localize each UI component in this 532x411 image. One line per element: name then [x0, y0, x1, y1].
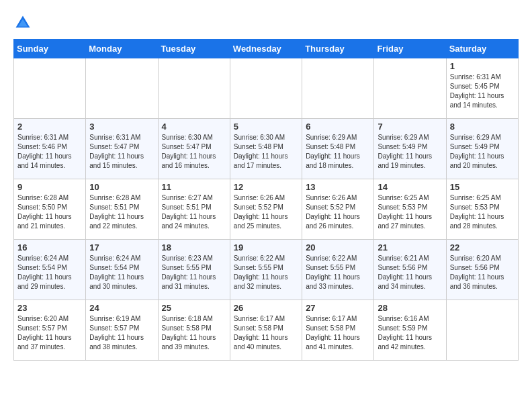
day-info: Sunrise: 6:29 AM Sunset: 5:49 PM Dayligh… — [378, 133, 442, 171]
day-cell — [86, 58, 158, 119]
day-number: 27 — [306, 303, 370, 313]
day-info: Sunrise: 6:31 AM Sunset: 5:46 PM Dayligh… — [17, 133, 82, 171]
day-number: 20 — [306, 242, 370, 253]
day-number: 24 — [89, 303, 154, 313]
day-cell: 10Sunrise: 6:28 AM Sunset: 5:51 PM Dayli… — [86, 179, 158, 240]
day-number: 13 — [306, 182, 370, 192]
day-number: 16 — [17, 242, 82, 253]
weekday-header-tuesday: Tuesday — [158, 40, 230, 58]
day-info: Sunrise: 6:22 AM Sunset: 5:55 PM Dayligh… — [234, 254, 298, 291]
day-number: 4 — [162, 122, 226, 132]
day-cell: 8Sunrise: 6:29 AM Sunset: 5:49 PM Daylig… — [446, 119, 518, 179]
day-info: Sunrise: 6:25 AM Sunset: 5:53 PM Dayligh… — [450, 193, 515, 231]
day-info: Sunrise: 6:19 AM Sunset: 5:57 PM Dayligh… — [89, 314, 154, 352]
week-row-3: 9Sunrise: 6:28 AM Sunset: 5:50 PM Daylig… — [14, 179, 519, 240]
day-number: 8 — [450, 122, 515, 132]
weekday-header-monday: Monday — [86, 40, 158, 58]
day-cell: 25Sunrise: 6:18 AM Sunset: 5:58 PM Dayli… — [158, 300, 230, 361]
day-info: Sunrise: 6:26 AM Sunset: 5:52 PM Dayligh… — [234, 193, 298, 231]
day-number: 26 — [234, 303, 298, 313]
day-number: 19 — [234, 242, 298, 253]
calendar-header: SundayMondayTuesdayWednesdayThursdayFrid… — [14, 40, 519, 58]
week-row-1: 1Sunrise: 6:31 AM Sunset: 5:45 PM Daylig… — [14, 58, 519, 119]
day-cell: 11Sunrise: 6:27 AM Sunset: 5:51 PM Dayli… — [158, 179, 230, 240]
day-info: Sunrise: 6:22 AM Sunset: 5:55 PM Dayligh… — [306, 254, 370, 291]
week-row-4: 16Sunrise: 6:24 AM Sunset: 5:54 PM Dayli… — [14, 240, 519, 300]
weekday-header-wednesday: Wednesday — [230, 40, 302, 58]
day-number: 22 — [450, 242, 515, 253]
calendar-body: 1Sunrise: 6:31 AM Sunset: 5:45 PM Daylig… — [14, 58, 519, 361]
day-info: Sunrise: 6:20 AM Sunset: 5:57 PM Dayligh… — [17, 314, 82, 352]
day-info: Sunrise: 6:17 AM Sunset: 5:58 PM Dayligh… — [234, 314, 298, 352]
day-cell: 24Sunrise: 6:19 AM Sunset: 5:57 PM Dayli… — [86, 300, 158, 361]
day-cell: 2Sunrise: 6:31 AM Sunset: 5:46 PM Daylig… — [14, 119, 86, 179]
day-cell: 1Sunrise: 6:31 AM Sunset: 5:45 PM Daylig… — [446, 58, 518, 119]
day-number: 3 — [89, 122, 154, 132]
day-number: 7 — [378, 122, 442, 132]
day-info: Sunrise: 6:16 AM Sunset: 5:59 PM Dayligh… — [378, 314, 442, 352]
day-number: 10 — [89, 182, 154, 192]
day-cell — [230, 58, 302, 119]
day-number: 1 — [450, 61, 515, 71]
day-cell: 13Sunrise: 6:26 AM Sunset: 5:52 PM Dayli… — [302, 179, 374, 240]
day-info: Sunrise: 6:28 AM Sunset: 5:51 PM Dayligh… — [89, 193, 154, 231]
day-cell — [14, 58, 86, 119]
day-info: Sunrise: 6:20 AM Sunset: 5:56 PM Dayligh… — [450, 254, 515, 291]
day-number: 9 — [17, 182, 82, 192]
day-number: 2 — [17, 122, 82, 132]
day-info: Sunrise: 6:24 AM Sunset: 5:54 PM Dayligh… — [89, 254, 154, 291]
day-info: Sunrise: 6:28 AM Sunset: 5:50 PM Dayligh… — [17, 193, 82, 231]
day-cell — [158, 58, 230, 119]
day-info: Sunrise: 6:25 AM Sunset: 5:53 PM Dayligh… — [378, 193, 442, 231]
day-cell: 6Sunrise: 6:29 AM Sunset: 5:48 PM Daylig… — [302, 119, 374, 179]
day-number: 12 — [234, 182, 298, 192]
week-row-5: 23Sunrise: 6:20 AM Sunset: 5:57 PM Dayli… — [14, 300, 519, 361]
day-cell: 9Sunrise: 6:28 AM Sunset: 5:50 PM Daylig… — [14, 179, 86, 240]
day-info: Sunrise: 6:21 AM Sunset: 5:56 PM Dayligh… — [378, 254, 442, 291]
day-number: 15 — [450, 182, 515, 192]
day-cell: 23Sunrise: 6:20 AM Sunset: 5:57 PM Dayli… — [14, 300, 86, 361]
day-info: Sunrise: 6:30 AM Sunset: 5:47 PM Dayligh… — [162, 133, 226, 171]
weekday-header-sunday: Sunday — [14, 40, 86, 58]
day-number: 11 — [162, 182, 226, 192]
weekday-header-saturday: Saturday — [446, 40, 518, 58]
calendar-table: SundayMondayTuesdayWednesdayThursdayFrid… — [13, 39, 519, 361]
day-info: Sunrise: 6:26 AM Sunset: 5:52 PM Dayligh… — [306, 193, 370, 231]
day-info: Sunrise: 6:23 AM Sunset: 5:55 PM Dayligh… — [162, 254, 226, 291]
day-number: 28 — [378, 303, 442, 313]
day-number: 23 — [17, 303, 82, 313]
day-cell: 18Sunrise: 6:23 AM Sunset: 5:55 PM Dayli… — [158, 240, 230, 300]
day-cell: 27Sunrise: 6:17 AM Sunset: 5:58 PM Dayli… — [302, 300, 374, 361]
day-info: Sunrise: 6:24 AM Sunset: 5:54 PM Dayligh… — [17, 254, 82, 291]
day-number: 5 — [234, 122, 298, 132]
day-info: Sunrise: 6:31 AM Sunset: 5:47 PM Dayligh… — [89, 133, 154, 171]
day-number: 17 — [89, 242, 154, 253]
day-cell: 17Sunrise: 6:24 AM Sunset: 5:54 PM Dayli… — [86, 240, 158, 300]
day-number: 21 — [378, 242, 442, 253]
day-cell: 4Sunrise: 6:30 AM Sunset: 5:47 PM Daylig… — [158, 119, 230, 179]
page-header — [13, 13, 519, 32]
logo — [13, 13, 35, 32]
day-info: Sunrise: 6:30 AM Sunset: 5:48 PM Dayligh… — [234, 133, 298, 171]
day-number: 14 — [378, 182, 442, 192]
day-cell: 7Sunrise: 6:29 AM Sunset: 5:49 PM Daylig… — [374, 119, 446, 179]
day-info: Sunrise: 6:29 AM Sunset: 5:49 PM Dayligh… — [450, 133, 515, 171]
day-cell: 20Sunrise: 6:22 AM Sunset: 5:55 PM Dayli… — [302, 240, 374, 300]
day-cell: 21Sunrise: 6:21 AM Sunset: 5:56 PM Dayli… — [374, 240, 446, 300]
logo-icon — [13, 13, 32, 32]
day-number: 25 — [162, 303, 226, 313]
day-cell: 5Sunrise: 6:30 AM Sunset: 5:48 PM Daylig… — [230, 119, 302, 179]
day-cell: 28Sunrise: 6:16 AM Sunset: 5:59 PM Dayli… — [374, 300, 446, 361]
day-cell — [302, 58, 374, 119]
day-cell: 15Sunrise: 6:25 AM Sunset: 5:53 PM Dayli… — [446, 179, 518, 240]
day-info: Sunrise: 6:31 AM Sunset: 5:45 PM Dayligh… — [450, 73, 515, 110]
week-row-2: 2Sunrise: 6:31 AM Sunset: 5:46 PM Daylig… — [14, 119, 519, 179]
weekday-row: SundayMondayTuesdayWednesdayThursdayFrid… — [14, 40, 519, 58]
day-cell: 26Sunrise: 6:17 AM Sunset: 5:58 PM Dayli… — [230, 300, 302, 361]
day-cell: 19Sunrise: 6:22 AM Sunset: 5:55 PM Dayli… — [230, 240, 302, 300]
day-number: 6 — [306, 122, 370, 132]
day-cell: 12Sunrise: 6:26 AM Sunset: 5:52 PM Dayli… — [230, 179, 302, 240]
day-info: Sunrise: 6:29 AM Sunset: 5:48 PM Dayligh… — [306, 133, 370, 171]
weekday-header-friday: Friday — [374, 40, 446, 58]
day-cell: 16Sunrise: 6:24 AM Sunset: 5:54 PM Dayli… — [14, 240, 86, 300]
